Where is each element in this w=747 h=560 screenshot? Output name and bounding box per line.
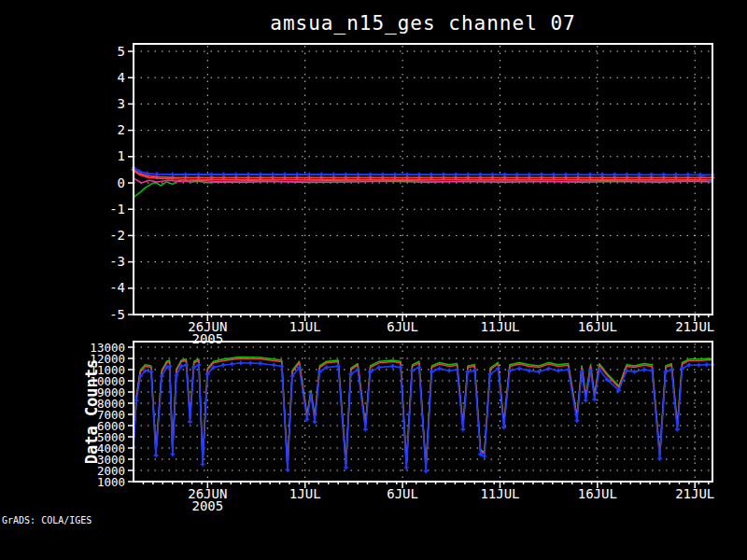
- x-tick-label: 11JUL: [480, 319, 519, 334]
- y-tick-label: -5: [109, 307, 125, 322]
- series-blue-marker-line: [134, 168, 712, 175]
- grads-plot-window: amsua_n15_ges channel 07 543210-1-2-3-4-…: [0, 0, 747, 560]
- y-tick-label: 4: [118, 70, 125, 85]
- y-tick-label: -2: [109, 228, 125, 243]
- x-tick-label: 6JUL: [387, 319, 418, 334]
- y-tick-label: 1: [118, 148, 125, 163]
- x-tick-label: 6JUL: [387, 486, 418, 501]
- x-tick-label: 21JUL: [675, 319, 714, 334]
- y-tick-label: -3: [109, 254, 125, 269]
- y-tick-label: 5: [118, 44, 125, 59]
- axis-ticks: [128, 51, 709, 321]
- x-tick-label: 16JUL: [578, 486, 617, 501]
- x-tick-label: 11JUL: [480, 486, 519, 501]
- grads-watermark: GrADS: COLA/IGES: [2, 515, 92, 525]
- x-tick-sublabel: 2005: [191, 498, 223, 513]
- y-tick-label: 3: [118, 96, 125, 111]
- chart-canvas: 543210-1-2-3-4-526JUN20051JUL6JUL11JUL16…: [0, 0, 747, 560]
- top-panel: 543210-1-2-3-4-526JUN20051JUL6JUL11JUL16…: [109, 44, 714, 347]
- series-blue-counts: [134, 363, 712, 471]
- x-tick-label: 16JUL: [578, 319, 617, 334]
- x-tick-label: 1JUL: [289, 486, 321, 501]
- y-tick-label: -4: [109, 280, 125, 295]
- axis-labels: 543210-1-2-3-4-526JUN20051JUL6JUL11JUL16…: [109, 44, 714, 347]
- y-tick-label: -1: [109, 202, 125, 217]
- y-tick-label: 2: [118, 122, 125, 137]
- series-green-line: [134, 180, 712, 198]
- y-tick-label: 0: [118, 175, 125, 190]
- y-axis-title: Data Counts: [82, 309, 101, 514]
- bottom-panel: 1300012000110001000090008000700060005000…: [90, 341, 714, 514]
- x-tick-label: 1JUL: [289, 319, 321, 334]
- y-tick-label: 1000: [97, 475, 125, 489]
- x-tick-label: 21JUL: [675, 486, 714, 501]
